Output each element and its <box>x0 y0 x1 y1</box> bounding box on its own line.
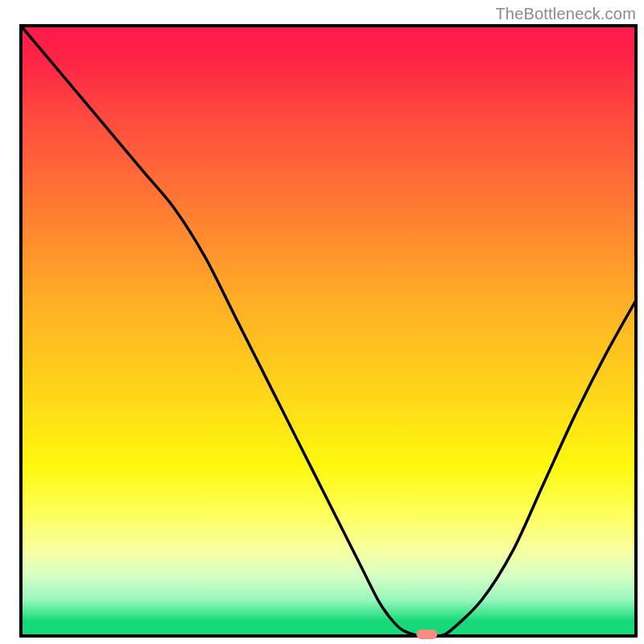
bottleneck-chart: TheBottleneck.com <box>0 0 644 644</box>
chart-canvas <box>0 0 644 644</box>
watermark-text: TheBottleneck.com <box>495 5 636 23</box>
plot-background <box>21 26 636 636</box>
optimum-marker <box>416 630 437 639</box>
